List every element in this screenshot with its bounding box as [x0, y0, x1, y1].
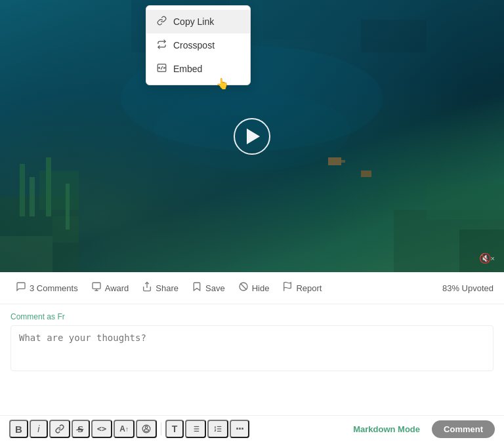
report-icon: [282, 281, 293, 294]
comments-icon: [16, 281, 26, 294]
username-label: Fr: [57, 312, 64, 321]
link-icon: [157, 16, 167, 28]
svg-rect-10: [459, 230, 504, 272]
copy-link-item[interactable]: Copy Link 👆: [146, 10, 250, 33]
svg-rect-18: [361, 171, 371, 177]
svg-rect-6: [46, 157, 51, 216]
save-label: Save: [205, 283, 225, 293]
hide-label: Hide: [252, 283, 270, 293]
save-button[interactable]: Save: [186, 277, 230, 298]
comment-section: Comment as Fr: [0, 304, 504, 379]
embed-icon: [157, 63, 167, 75]
italic-button[interactable]: i: [30, 420, 48, 438]
svg-rect-4: [20, 164, 25, 216]
svg-rect-9: [427, 184, 504, 220]
report-button[interactable]: Report: [277, 277, 327, 298]
comments-label: 3 Comments: [30, 283, 78, 293]
crosspost-item[interactable]: Crosspost: [146, 33, 250, 57]
link-button[interactable]: [49, 420, 70, 438]
share-icon: [142, 281, 152, 294]
award-label: Award: [105, 283, 129, 293]
embed-item[interactable]: Embed: [146, 57, 250, 81]
share-button[interactable]: Share: [136, 277, 184, 298]
report-label: Report: [296, 283, 322, 293]
comment-submit-button[interactable]: Comment: [432, 420, 495, 438]
comment-as-label: Comment as Fr: [10, 312, 494, 321]
code-button[interactable]: <>: [91, 420, 112, 438]
volume-control[interactable]: 🔇 ×: [479, 252, 495, 264]
volume-x-icon: ×: [491, 254, 495, 262]
hide-button[interactable]: Hide: [233, 277, 275, 298]
bold-button[interactable]: B: [9, 420, 28, 438]
svg-rect-19: [93, 283, 100, 289]
save-icon: [192, 281, 202, 294]
heading-button[interactable]: A↑: [114, 420, 135, 438]
text-format-button[interactable]: T: [165, 420, 184, 438]
comment-input[interactable]: [10, 325, 494, 371]
award-icon: [91, 281, 102, 294]
upvoted-label: 83% Upvoted: [442, 283, 494, 293]
play-button[interactable]: [234, 118, 270, 155]
editor-toolbar: B i S̶ <> A↑ T ··· Markdown Mode Comment: [0, 415, 504, 442]
crosspost-icon: [157, 39, 167, 51]
svg-rect-13: [361, 20, 427, 52]
spoiler-button[interactable]: [136, 420, 157, 438]
crosspost-label: Crosspost: [173, 40, 215, 50]
copy-link-label: Copy Link: [173, 16, 214, 27]
svg-rect-7: [66, 184, 70, 230]
toolbar-divider: [161, 422, 161, 435]
strikethrough-button[interactable]: S̶: [72, 420, 90, 438]
numbered-list-button[interactable]: [207, 420, 228, 438]
action-bar: 3 Comments Award Share Save Hide Report …: [0, 272, 504, 304]
svg-rect-5: [30, 177, 35, 216]
cursor-hand: 👆: [216, 77, 229, 90]
play-icon: [247, 129, 260, 144]
more-options-button[interactable]: ···: [230, 420, 249, 438]
svg-rect-1: [39, 171, 79, 210]
comments-button[interactable]: 3 Comments: [10, 277, 83, 298]
share-dropdown: Copy Link 👆 Crosspost Embed: [146, 5, 251, 85]
embed-label: Embed: [173, 64, 202, 74]
svg-rect-2: [0, 236, 52, 272]
volume-icon: 🔇: [479, 252, 492, 264]
markdown-mode-toggle[interactable]: Markdown Mode: [348, 421, 425, 437]
award-button[interactable]: Award: [86, 277, 135, 298]
hide-icon: [238, 281, 249, 294]
video-player[interactable]: 🔇 ×: [0, 0, 504, 272]
svg-rect-16: [328, 157, 341, 165]
svg-line-21: [240, 283, 246, 289]
svg-rect-17: [341, 160, 345, 163]
share-label: Share: [156, 283, 178, 293]
bullets-button[interactable]: [185, 420, 206, 438]
